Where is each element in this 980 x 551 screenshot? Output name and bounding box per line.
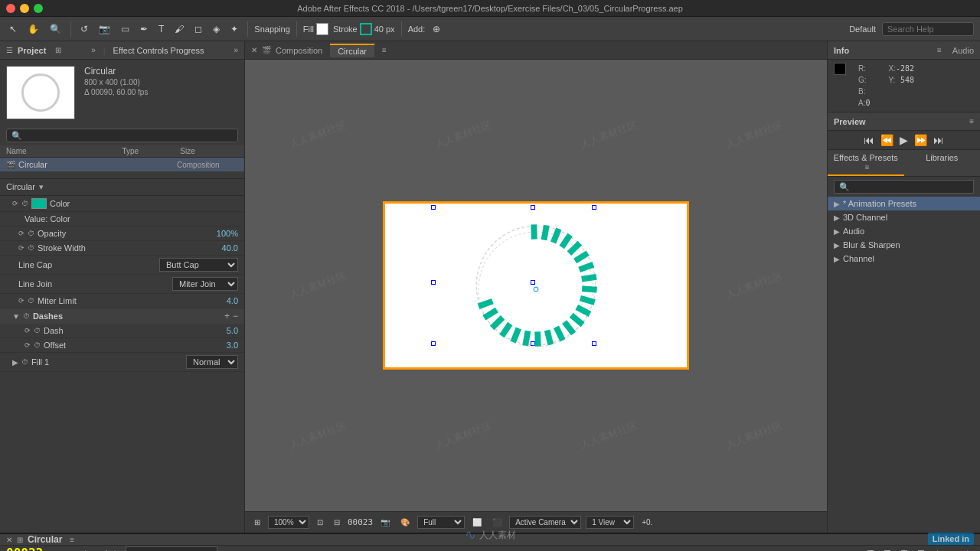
tl-wireframe-btn[interactable]: ⊟ [880, 546, 894, 552]
step-back-btn[interactable]: ⏪ [880, 134, 893, 146]
stamp-tool[interactable]: ◈ [210, 22, 223, 36]
pen-tool[interactable]: ✒ [137, 22, 151, 36]
timeline-search-input[interactable] [126, 546, 217, 551]
prop-row-dash[interactable]: ⟳ ⏱ Dash 5.0 [0, 324, 244, 338]
prop-row-opacity[interactable]: ⟳ ⏱ Opacity 100% [0, 227, 244, 241]
tl-motion-blur-btn[interactable]: ⊞ [864, 546, 877, 552]
prop-row-fill1[interactable]: ▶ ⏱ Fill 1 Normal Multiply Screen [0, 353, 244, 372]
zoom-tool[interactable]: 🔍 [47, 22, 64, 36]
svg-line-22 [494, 320, 500, 326]
prop-value-opacity[interactable]: 100% [217, 229, 238, 238]
vt-fit-btn[interactable]: ⊡ [314, 517, 326, 527]
composition-frame[interactable] [383, 201, 689, 370]
comp-tab-options[interactable]: ≡ [382, 46, 387, 54]
dashes-remove-icon[interactable]: − [233, 311, 238, 321]
dashes-section-header[interactable]: ▼ ⏱ Dashes + − [0, 308, 244, 324]
close-button[interactable] [6, 4, 15, 13]
camera-tool[interactable]: 📷 [96, 22, 113, 36]
ep-search-input[interactable] [834, 180, 974, 194]
viewport-timecode[interactable]: 00023 [348, 517, 373, 527]
vt-pixels-btn[interactable]: ⊟ [331, 517, 343, 527]
vt-snapshot-btn[interactable]: 📷 [377, 517, 393, 527]
step-forward-btn[interactable]: ⏩ [914, 134, 927, 146]
timecode-display[interactable]: 00023 [6, 546, 43, 551]
dashes-add-icon[interactable]: + [224, 311, 230, 321]
zoom-select[interactable]: 100% 50% 200% [268, 516, 309, 529]
preset-item-audio[interactable]: ▶ Audio [828, 224, 980, 238]
vt-color-btn[interactable]: 🎨 [397, 517, 413, 527]
a-value: 0 [865, 99, 870, 107]
stroke-color-swatch[interactable] [360, 23, 372, 35]
camera-select[interactable]: Active Camera Front Top [509, 516, 581, 529]
fill-color-swatch[interactable] [316, 23, 328, 35]
prop-label-fill1: Fill 1 [31, 357, 186, 367]
audio-tab[interactable]: Audio [952, 46, 974, 55]
x-value: -282 [896, 64, 914, 73]
project-panel: ☰ Project ⊞ » | Effect Controls Progress… [0, 41, 244, 179]
prop-row-miter-limit[interactable]: ⟳ ⏱ Miter Limit 4.0 [0, 294, 244, 308]
goto-start-btn[interactable]: ⏮ [864, 134, 874, 146]
project-item-circular[interactable]: 🎬 Circular Composition [0, 158, 244, 171]
play-btn[interactable]: ▶ [900, 134, 908, 146]
selection-tool[interactable]: ↖ [6, 22, 20, 36]
fill1-mode-select[interactable]: Normal Multiply Screen [186, 355, 238, 369]
vt-grid-btn[interactable]: ⊞ [251, 517, 263, 527]
timeline-options[interactable]: ≡ [70, 536, 74, 544]
preset-item-animation[interactable]: ▶ * Animation Presets [828, 197, 980, 210]
project-panel-collapse[interactable]: » [91, 46, 96, 54]
project-search-input[interactable] [6, 129, 238, 142]
timeline-close-icon[interactable]: ✕ [6, 536, 12, 544]
search-help-input[interactable] [882, 22, 974, 36]
preset-item-channel[interactable]: ▶ Channel [828, 252, 980, 266]
ep-tab-libraries[interactable]: Libraries [904, 150, 981, 176]
maximize-button[interactable] [34, 4, 43, 13]
info-panel-menu[interactable]: ≡ [937, 46, 942, 54]
shape-tool[interactable]: ▭ [118, 22, 132, 36]
window-controls[interactable] [6, 4, 43, 13]
comp-close-icon[interactable]: ✕ [251, 46, 257, 54]
goto-end-btn[interactable]: ⏭ [933, 134, 944, 146]
brush-tool[interactable]: 🖌 [172, 22, 187, 36]
minimize-button[interactable] [20, 4, 29, 13]
text-tool[interactable]: T [155, 22, 167, 36]
puppet-tool[interactable]: ✦ [227, 22, 241, 36]
prop-row-stroke-width[interactable]: ⟳ ⏱ Stroke Width 40.0 [0, 241, 244, 256]
view-select[interactable]: 1 View 2 Views 4 Views [586, 516, 634, 529]
prop-value-offset[interactable]: 3.0 [227, 341, 238, 350]
rotate-tool[interactable]: ↺ [77, 22, 91, 36]
dashes-toggle-icon: ▼ [12, 312, 20, 321]
tl-3d-btn[interactable]: ⊠ [897, 546, 911, 552]
prop-row-line-join[interactable]: Line Join Miter Join Round Join Bevel Jo… [0, 275, 244, 294]
hand-tool[interactable]: ✋ [24, 22, 42, 36]
line-join-select[interactable]: Miter Join Round Join Bevel Join [172, 277, 238, 291]
prop-value-stroke-width[interactable]: 40.0 [222, 243, 238, 253]
prop-value-miter-limit[interactable]: 4.0 [227, 296, 238, 305]
comp-dropdown-arrow[interactable]: ▾ [39, 182, 44, 191]
color-swatch[interactable] [31, 198, 47, 209]
ep-tab-effects-menu[interactable]: ≡ [865, 163, 870, 171]
tl-audio-btn[interactable]: ♪ [947, 546, 958, 552]
fill-button[interactable]: Fill [303, 23, 328, 35]
prop-row-color[interactable]: ⟳ ⏱ Color [0, 196, 244, 212]
tl-add-marker-btn[interactable]: ◆ [961, 546, 974, 552]
svg-line-10 [585, 277, 594, 279]
effect-controls-collapse[interactable]: » [234, 46, 238, 54]
preset-arrow-3d: ▶ [834, 214, 840, 222]
quality-select[interactable]: Full Half Quarter [417, 516, 465, 529]
tl-solo-btn[interactable]: ◈ [931, 546, 944, 552]
preset-item-3d[interactable]: ▶ 3D Channel [828, 210, 980, 224]
vt-more-btn[interactable]: +0. [639, 517, 655, 527]
prop-row-line-cap[interactable]: Line Cap Butt Cap Round Cap Projecting C… [0, 256, 244, 275]
preview-panel-menu[interactable]: ≡ [969, 117, 974, 126]
line-cap-select[interactable]: Butt Cap Round Cap Projecting Cap [159, 258, 238, 272]
preset-item-blur[interactable]: ▶ Blur & Sharpen [828, 238, 980, 252]
add-button[interactable]: ⊕ [430, 22, 443, 36]
stroke-button[interactable]: Stroke 40 px [333, 23, 395, 35]
svg-line-21 [504, 326, 509, 334]
prop-value-dash[interactable]: 5.0 [227, 326, 238, 335]
tl-adjustment-btn[interactable]: ⊡ [914, 546, 928, 552]
prop-row-offset[interactable]: ⟳ ⏱ Offset 3.0 [0, 338, 244, 353]
ep-tab-effects[interactable]: Effects & Presets ≡ [828, 150, 904, 176]
eraser-tool[interactable]: ◻ [191, 22, 205, 36]
comp-tab-circular[interactable]: Circular [330, 44, 374, 57]
